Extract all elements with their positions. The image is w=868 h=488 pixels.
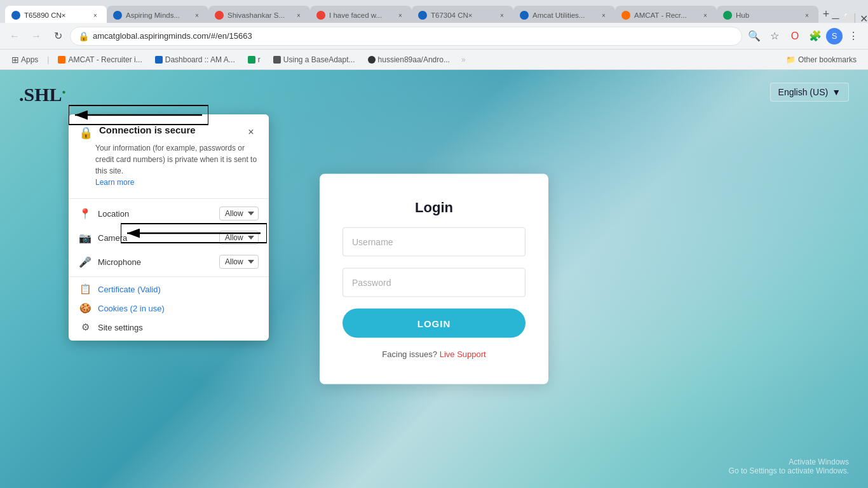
search-icon[interactable]: 🔍 xyxy=(745,27,764,46)
cookies-row[interactable]: 🍪 Cookies (2 in use) xyxy=(69,299,269,318)
username-input[interactable] xyxy=(342,227,526,257)
tab-label-6: Amcat Utilities... xyxy=(532,11,595,19)
nav-bar: ← → ↻ 🔒 amcatglobal.aspiringminds.com/#/… xyxy=(0,23,868,50)
security-popup: 🔒 Connection is secure × Your informatio… xyxy=(69,114,269,341)
secure-icon: 🔒 xyxy=(79,126,93,140)
live-support-link[interactable]: Live Support xyxy=(440,349,486,359)
bookmark-github[interactable]: hussien89aa/Andro... xyxy=(364,54,454,65)
popup-header: 🔒 Connection is secure × xyxy=(69,114,269,142)
bookmark-apps[interactable]: ⊞ Apps xyxy=(8,53,42,66)
bookmark-github-label: hussien89aa/Andro... xyxy=(378,55,450,64)
permission-microphone: 🎤 Microphone Allow Block Ask xyxy=(69,250,269,274)
site-settings-row[interactable]: ⚙ Site settings xyxy=(69,318,269,341)
tab-close-7[interactable]: × xyxy=(700,10,710,20)
language-label: English (US) xyxy=(778,87,829,97)
camera-select[interactable]: Allow Block Ask xyxy=(219,231,259,245)
bookmark-amcat-label: AMCAT - Recruiter i... xyxy=(68,55,142,64)
tabs-strip: T65890 CN× × Aspiring Minds... × Shivash… xyxy=(0,0,868,23)
permission-location: 📍 Location Allow Block Ask xyxy=(69,201,269,226)
back-button[interactable]: ← xyxy=(5,27,24,46)
bookmarks-bar: ⊞ Apps | AMCAT - Recruiter i... Dashboar… xyxy=(0,50,868,70)
opera-icon[interactable]: O xyxy=(785,27,804,46)
bookmark-r[interactable]: r xyxy=(244,54,264,65)
extensions-icon[interactable]: 🧩 xyxy=(806,27,825,46)
camera-label: Camera xyxy=(98,233,213,243)
bookmark-dashboard-label: Dashboard :: AM A... xyxy=(165,55,235,64)
site-settings-label: Site settings xyxy=(98,323,143,332)
shl-logo-text: .SHL● xyxy=(19,84,66,105)
tab-favicon-3 xyxy=(215,11,224,20)
window-controls: ─ ⬜ ✕ xyxy=(831,14,868,23)
tab-favicon-2 xyxy=(113,11,122,20)
tab-favicon-8 xyxy=(723,11,732,20)
apps-label: Apps xyxy=(21,55,38,64)
minimize-button[interactable]: ─ xyxy=(831,14,840,23)
tab-7[interactable]: AMCAT - Recr... × xyxy=(615,6,717,23)
bookmark-other-label: Other bookmarks xyxy=(798,55,857,64)
apps-grid-icon: ⊞ xyxy=(11,55,19,65)
chevron-down-icon: ▼ xyxy=(832,87,841,97)
reload-button[interactable]: ↻ xyxy=(48,27,67,46)
tab-1[interactable]: T65890 CN× × xyxy=(5,6,107,23)
maximize-button[interactable]: ⬜ xyxy=(845,14,854,23)
microphone-icon: 🎤 xyxy=(79,256,92,268)
microphone-select[interactable]: Allow Block Ask xyxy=(219,255,259,269)
activate-line1: Activate Windows xyxy=(729,458,849,466)
bookmark-baseadapt[interactable]: Using a BaseAdapt... xyxy=(269,54,359,65)
tab-close-1[interactable]: × xyxy=(90,10,100,20)
bookmark-amcat-recruiter[interactable]: AMCAT - Recruiter i... xyxy=(54,54,146,65)
cookies-icon: 🍪 xyxy=(79,302,92,314)
learn-more-link[interactable]: Learn more xyxy=(95,178,134,187)
tab-close-6[interactable]: × xyxy=(599,10,609,20)
profile-icon[interactable]: S xyxy=(826,28,843,44)
tab-label-3: Shivashankar S... xyxy=(227,11,290,19)
bookmark-baseadapt-favicon xyxy=(273,56,281,64)
tab-4[interactable]: I have faced w... × xyxy=(310,6,412,23)
tab-label-7: AMCAT - Recr... xyxy=(634,11,696,19)
location-icon: 📍 xyxy=(79,208,92,220)
bookmark-dashboard[interactable]: Dashboard :: AM A... xyxy=(151,54,239,65)
address-bar[interactable]: 🔒 amcatglobal.aspiringminds.com/#/en/156… xyxy=(70,27,742,46)
password-input[interactable] xyxy=(342,268,526,297)
tab-3[interactable]: Shivashankar S... × xyxy=(208,6,310,23)
tab-label-8: Hub xyxy=(736,11,798,19)
tab-close-8[interactable]: × xyxy=(802,10,812,20)
tab-favicon-5 xyxy=(418,11,427,20)
bookmark-star-icon[interactable]: ☆ xyxy=(765,27,784,46)
bookmark-baseadapt-label: Using a BaseAdapt... xyxy=(283,55,355,64)
site-settings-icon: ⚙ xyxy=(79,322,92,333)
login-title: Login xyxy=(342,200,526,216)
tab-favicon-4 xyxy=(316,11,325,20)
popup-divider-2 xyxy=(69,276,269,277)
login-button[interactable]: LOGIN xyxy=(342,309,526,338)
close-button[interactable]: ✕ xyxy=(859,14,868,23)
permission-camera: 📷 Camera Allow Block Ask xyxy=(69,226,269,250)
forward-button[interactable]: → xyxy=(27,27,46,46)
menu-icon[interactable]: ⋮ xyxy=(844,27,863,46)
tab-2[interactable]: Aspiring Minds... × xyxy=(107,6,208,23)
login-panel: Login LOGIN Facing issues? Live Support xyxy=(320,174,548,384)
bookmark-r-favicon xyxy=(248,56,255,64)
tab-close-5[interactable]: × xyxy=(497,10,507,20)
new-tab-button[interactable]: + xyxy=(821,5,831,23)
tab-favicon-7 xyxy=(621,11,630,20)
tab-close-2[interactable]: × xyxy=(192,10,202,20)
bookmark-more-icon: » xyxy=(461,55,466,64)
browser-window: T65890 CN× × Aspiring Minds... × Shivash… xyxy=(0,0,868,488)
tab-close-3[interactable]: × xyxy=(294,10,304,20)
certificate-label: Certificate (Valid) xyxy=(98,285,161,294)
tab-8[interactable]: Hub × xyxy=(717,6,818,23)
tab-6[interactable]: Amcat Utilities... × xyxy=(513,6,615,23)
support-text: Facing issues? xyxy=(382,349,437,359)
popup-close-button[interactable]: × xyxy=(243,125,259,140)
location-select[interactable]: Allow Block Ask xyxy=(219,207,259,220)
bookmark-other[interactable]: 📁 Other bookmarks xyxy=(782,54,860,65)
bookmark-r-label: r xyxy=(258,55,261,64)
camera-icon: 📷 xyxy=(79,232,92,244)
language-dropdown[interactable]: English (US) ▼ xyxy=(770,83,849,102)
certificate-row[interactable]: 📋 Certificate (Valid) xyxy=(69,280,269,299)
address-url: amcatglobal.aspiringminds.com/#/en/15663 xyxy=(93,31,734,41)
tab-5[interactable]: T67304 CN× × xyxy=(412,6,513,23)
tab-label-2: Aspiring Minds... xyxy=(126,11,188,19)
tab-close-4[interactable]: × xyxy=(395,10,405,20)
